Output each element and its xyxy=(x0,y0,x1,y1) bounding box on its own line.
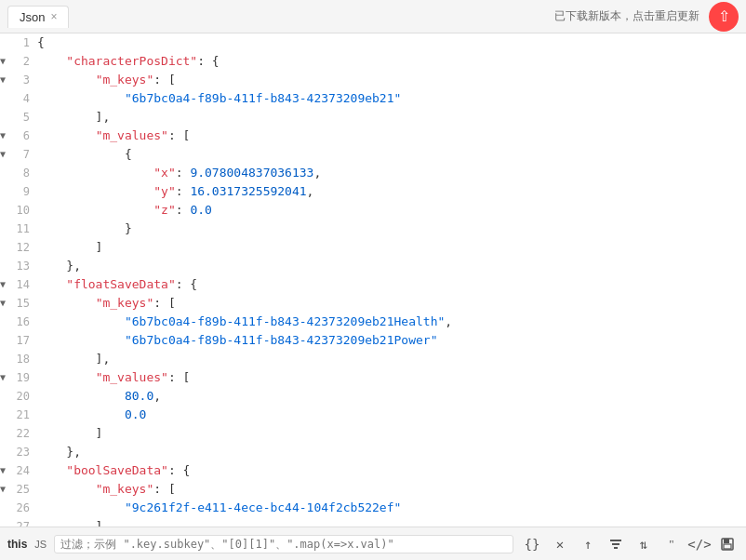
fold-arrow[interactable]: ▼ xyxy=(0,52,11,71)
line-content: "m_keys": [ xyxy=(33,294,746,313)
line-content: "z": 0.0 xyxy=(33,201,746,220)
code-lines-container: 1 { ▼ 2 "characterPosDict": { ▼ 3 "m_key… xyxy=(0,33,746,527)
code-line: ▼ 14 "floatSaveData": { xyxy=(0,275,746,294)
line-number-col: ▼ 6 xyxy=(0,127,33,145)
fold-arrow[interactable]: ▼ xyxy=(0,145,11,164)
line-number-col: 21 xyxy=(0,406,33,424)
line-number-col: 13 xyxy=(0,257,33,275)
x-icon[interactable]: ✕ xyxy=(549,533,571,555)
braces-icon[interactable]: {} xyxy=(521,533,543,555)
fold-arrow[interactable]: ▼ xyxy=(0,127,11,145)
filter-input[interactable] xyxy=(54,535,513,553)
code-line: 5 ], xyxy=(0,108,746,127)
fold-arrow[interactable]: ▼ xyxy=(0,275,11,294)
line-number-col: 20 xyxy=(0,387,33,406)
line-number-col: 27 xyxy=(0,517,33,527)
save-icon[interactable] xyxy=(716,533,739,555)
line-content: "y": 16.0317325592041, xyxy=(33,182,746,201)
line-content: 80.0, xyxy=(33,387,746,406)
line-number-col: 22 xyxy=(0,424,33,443)
line-number: 24 xyxy=(13,461,30,480)
line-number-col: 12 xyxy=(0,238,33,257)
code-editor[interactable]: 1 { ▼ 2 "characterPosDict": { ▼ 3 "m_key… xyxy=(0,33,746,527)
line-number-col: 16 xyxy=(0,313,33,331)
code-line: ▼ 25 "m_keys": [ xyxy=(0,480,746,499)
code-line: 23 }, xyxy=(0,443,746,461)
tab-label: Json xyxy=(20,10,45,24)
line-number: 8 xyxy=(13,164,30,182)
filter-icon[interactable] xyxy=(605,533,627,555)
line-content: "boolSaveData": { xyxy=(33,461,746,480)
update-restart-button[interactable]: ⇧ xyxy=(709,2,739,32)
line-number: 15 xyxy=(13,294,30,313)
code-line: ▼ 15 "m_keys": [ xyxy=(0,294,746,313)
code-line: 4 "6b7bc0a4-f89b-411f-b843-42373209eb21" xyxy=(0,89,746,108)
line-number: 25 xyxy=(13,480,30,499)
fold-arrow[interactable]: ▼ xyxy=(0,294,11,313)
tab-bar: Json × 已下载新版本，点击重启更新 ⇧ xyxy=(0,0,746,33)
code-line: 9 "y": 16.0317325592041, xyxy=(0,182,746,201)
line-content: { xyxy=(33,145,746,164)
code-line: 17 "6b7bc0a4-f89b-411f-b843-42373209eb21… xyxy=(0,331,746,350)
up-icon[interactable]: ↑ xyxy=(577,533,599,555)
code-line: ▼ 7 { xyxy=(0,145,746,164)
line-number: 13 xyxy=(13,257,30,275)
line-content: "6b7bc0a4-f89b-411f-b843-42373209eb21Hea… xyxy=(33,313,746,331)
line-content: } xyxy=(33,220,746,238)
line-number-col: ▼ 15 xyxy=(0,294,33,313)
code-line: 1 { xyxy=(0,33,746,52)
code-line: 16 "6b7bc0a4-f89b-411f-b843-42373209eb21… xyxy=(0,313,746,331)
expand-icon[interactable]: ⇅ xyxy=(633,533,655,555)
line-number: 6 xyxy=(13,127,30,145)
line-number: 26 xyxy=(13,499,30,517)
line-number: 1 xyxy=(13,33,30,52)
line-number: 2 xyxy=(13,52,30,71)
line-content: }, xyxy=(33,257,746,275)
fold-arrow[interactable]: ▼ xyxy=(0,71,11,89)
fold-arrow[interactable]: ▼ xyxy=(0,480,11,499)
line-number: 22 xyxy=(13,424,30,443)
line-number: 14 xyxy=(13,275,30,294)
code-line: 10 "z": 0.0 xyxy=(0,201,746,220)
json-tab[interactable]: Json × xyxy=(7,6,69,28)
svg-rect-1 xyxy=(612,543,619,545)
tab-close-button[interactable]: × xyxy=(50,11,57,22)
line-number: 21 xyxy=(13,406,30,424)
line-number-col: 23 xyxy=(0,443,33,461)
code-line: 20 80.0, xyxy=(0,387,746,406)
line-number-col: 4 xyxy=(0,89,33,108)
line-number-col: 5 xyxy=(0,108,33,127)
update-icon: ⇧ xyxy=(718,7,730,25)
fold-arrow[interactable]: ▼ xyxy=(0,461,11,480)
code-line: 21 0.0 xyxy=(0,406,746,424)
line-number-col: ▼ 2 xyxy=(0,52,33,71)
line-number: 3 xyxy=(13,71,30,89)
line-content: { xyxy=(33,33,746,52)
line-content: ], xyxy=(33,350,746,368)
line-number-col: ▼ 24 xyxy=(0,461,33,480)
line-number: 12 xyxy=(13,238,30,257)
bottom-this-label: this xyxy=(7,538,27,551)
line-content: }, xyxy=(33,443,746,461)
fold-arrow[interactable]: ▼ xyxy=(0,368,11,387)
bottom-toolbar: this JS {} ✕ ↑ ⇅ " </> xyxy=(0,527,746,560)
line-content: ], xyxy=(33,108,746,127)
line-content: ] xyxy=(33,424,746,443)
line-number: 18 xyxy=(13,350,30,368)
quote-icon[interactable]: " xyxy=(660,533,683,555)
line-number: 7 xyxy=(13,145,30,164)
line-content: "floatSaveData": { xyxy=(33,275,746,294)
line-number-col: ▼ 25 xyxy=(0,480,33,499)
line-number: 4 xyxy=(13,89,30,108)
line-number-col: 1 xyxy=(0,33,33,52)
code-line: ▼ 19 "m_values": [ xyxy=(0,368,746,387)
code-icon[interactable]: </> xyxy=(688,533,711,555)
bottom-type-label: JS xyxy=(34,539,47,550)
line-number: 16 xyxy=(13,313,30,331)
line-number: 19 xyxy=(13,368,30,387)
line-content: "9c261f2f-e411-4ece-bc44-104f2cb522ef" xyxy=(33,499,746,517)
line-number-col: 18 xyxy=(0,350,33,368)
code-line: 11 } xyxy=(0,220,746,238)
line-content: "m_values": [ xyxy=(33,368,746,387)
line-number-col: ▼ 3 xyxy=(0,71,33,89)
